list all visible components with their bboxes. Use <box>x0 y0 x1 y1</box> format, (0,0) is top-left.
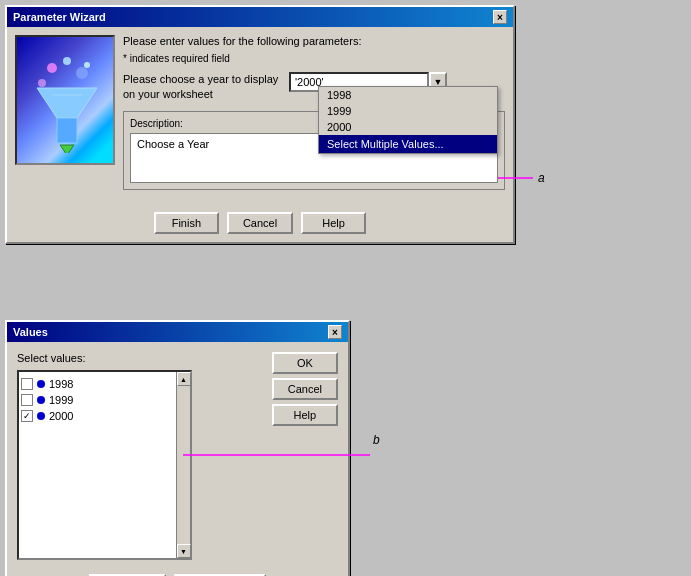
values-cancel-button[interactable]: Cancel <box>272 378 338 400</box>
svg-point-1 <box>63 57 71 65</box>
cancel-button[interactable]: Cancel <box>227 212 293 234</box>
help-button[interactable]: Help <box>301 212 366 234</box>
values-ok-button[interactable]: OK <box>272 352 338 374</box>
label-1998: 1998 <box>49 378 73 390</box>
svg-marker-7 <box>60 145 74 153</box>
values-right-buttons: OK Cancel Help <box>272 352 338 560</box>
scroll-down-arrow[interactable]: ▼ <box>177 544 191 558</box>
annotation-b-group: b <box>373 433 380 447</box>
param-wizard-close-button[interactable]: × <box>493 10 507 24</box>
values-dialog: Values × Select values: 1998 <box>5 320 350 576</box>
values-left-panel: Select values: 1998 1999 <box>17 352 262 560</box>
annotation-b-label: b <box>373 433 380 447</box>
label-2000: 2000 <box>49 410 73 422</box>
values-bottom-buttons: Select All Select None <box>7 570 348 576</box>
value-item-2000[interactable]: ✓ 2000 <box>21 408 174 424</box>
select-multiple-button[interactable]: Select Multiple Values... <box>319 135 497 153</box>
finish-button[interactable]: Finish <box>154 212 219 234</box>
svg-rect-6 <box>57 118 77 143</box>
values-scrollbar[interactable]: ▲ ▼ <box>176 372 190 558</box>
wizard-instruction: Please enter values for the following pa… <box>123 35 505 47</box>
wizard-button-row: Finish Cancel Help <box>7 206 513 242</box>
required-note: * indicates required field <box>123 53 505 64</box>
param-wizard-title-bar: Parameter Wizard × <box>7 7 513 27</box>
year-field-label: Please choose a year to display on your … <box>123 72 283 103</box>
svg-point-2 <box>76 67 88 79</box>
dropdown-item-2000[interactable]: 2000 <box>319 119 497 135</box>
checkbox-2000[interactable]: ✓ <box>21 410 33 422</box>
svg-point-0 <box>47 63 57 73</box>
dot-1998 <box>37 380 45 388</box>
param-wizard-title: Parameter Wizard <box>13 11 106 23</box>
value-item-1999[interactable]: 1999 <box>21 392 174 408</box>
values-title: Values <box>13 326 48 338</box>
values-content-area: Select values: 1998 1999 <box>7 342 348 570</box>
dropdown-item-1999[interactable]: 1999 <box>319 103 497 119</box>
values-list-inner: 1998 1999 ✓ 2000 <box>19 372 176 558</box>
values-title-bar: Values × <box>7 322 348 342</box>
annotation-a-line <box>498 172 538 184</box>
svg-point-4 <box>84 62 90 68</box>
dot-1999 <box>37 396 45 404</box>
values-list-container: 1998 1999 ✓ 2000 <box>17 370 192 560</box>
dot-2000 <box>37 412 45 420</box>
annotation-a-group: a <box>498 171 545 185</box>
description-text: Choose a Year <box>137 138 209 150</box>
values-help-button[interactable]: Help <box>272 404 338 426</box>
label-1999: 1999 <box>49 394 73 406</box>
wizard-image <box>15 35 115 165</box>
svg-point-3 <box>38 79 46 87</box>
values-close-button[interactable]: × <box>328 325 342 339</box>
select-values-label: Select values: <box>17 352 262 364</box>
scroll-up-arrow[interactable]: ▲ <box>177 372 191 386</box>
dropdown-item-1998[interactable]: 1998 <box>319 87 497 103</box>
value-item-1998[interactable]: 1998 <box>21 376 174 392</box>
funnel-icon <box>32 53 102 153</box>
year-dropdown-popup: 1998 1999 2000 Select Multiple Values... <box>318 86 498 154</box>
checkbox-1998[interactable] <box>21 378 33 390</box>
checkbox-1999[interactable] <box>21 394 33 406</box>
svg-marker-5 <box>37 88 97 118</box>
annotation-a-label: a <box>538 171 545 185</box>
